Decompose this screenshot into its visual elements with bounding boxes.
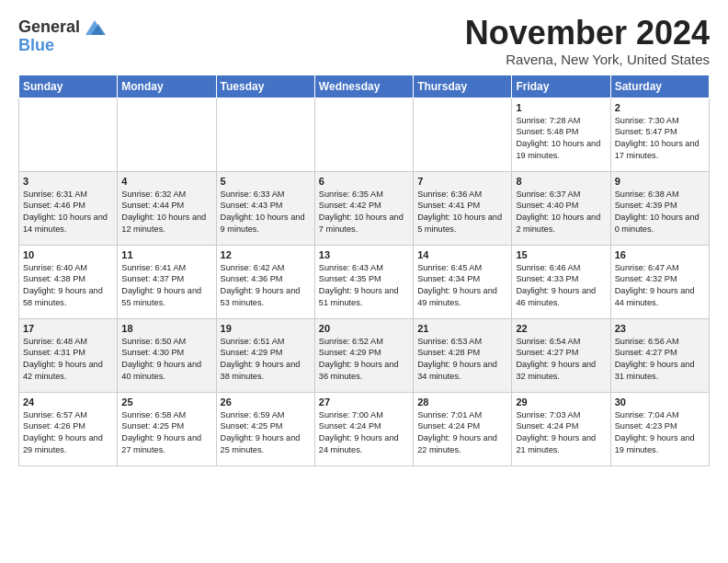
day-number: 10 bbox=[23, 249, 113, 260]
col-header-wednesday: Wednesday bbox=[314, 75, 413, 98]
week-row-5: 24Sunrise: 6:57 AMSunset: 4:26 PMDayligh… bbox=[19, 392, 710, 465]
day-number: 27 bbox=[319, 396, 409, 408]
cell-w3-d5: 14Sunrise: 6:45 AMSunset: 4:34 PMDayligh… bbox=[414, 245, 512, 318]
cell-info: Sunrise: 6:35 AMSunset: 4:42 PMDaylight:… bbox=[319, 189, 409, 236]
day-number: 8 bbox=[516, 176, 606, 187]
cell-info: Sunrise: 6:42 AMSunset: 4:36 PMDaylight:… bbox=[221, 262, 311, 310]
cell-info: Sunrise: 7:28 AMSunset: 5:48 PMDaylight:… bbox=[516, 115, 606, 163]
day-number: 1 bbox=[516, 102, 606, 113]
cell-info: Sunrise: 6:52 AMSunset: 4:29 PMDaylight:… bbox=[319, 336, 409, 384]
cell-info: Sunrise: 6:36 AMSunset: 4:41 PMDaylight:… bbox=[417, 189, 507, 236]
cell-w5-d2: 25Sunrise: 6:58 AMSunset: 4:25 PMDayligh… bbox=[118, 392, 216, 465]
col-header-saturday: Saturday bbox=[610, 75, 709, 98]
cell-info: Sunrise: 6:53 AMSunset: 4:28 PMDaylight:… bbox=[417, 336, 507, 384]
cell-info: Sunrise: 6:59 AMSunset: 4:25 PMDaylight:… bbox=[221, 409, 311, 457]
day-number: 6 bbox=[319, 176, 409, 187]
col-header-thursday: Thursday bbox=[414, 75, 512, 98]
cell-info: Sunrise: 6:58 AMSunset: 4:25 PMDaylight:… bbox=[121, 409, 211, 457]
cell-w4-d7: 23Sunrise: 6:56 AMSunset: 4:27 PMDayligh… bbox=[610, 318, 709, 392]
cell-w5-d6: 29Sunrise: 7:03 AMSunset: 4:24 PMDayligh… bbox=[512, 392, 610, 465]
cell-info: Sunrise: 6:54 AMSunset: 4:27 PMDaylight:… bbox=[516, 336, 606, 384]
cell-info: Sunrise: 6:45 AMSunset: 4:34 PMDaylight:… bbox=[417, 262, 507, 310]
day-number: 29 bbox=[516, 396, 606, 408]
cell-info: Sunrise: 7:00 AMSunset: 4:24 PMDaylight:… bbox=[319, 409, 409, 457]
cell-w1-d4 bbox=[314, 98, 413, 171]
cell-w5-d3: 26Sunrise: 6:59 AMSunset: 4:25 PMDayligh… bbox=[216, 392, 314, 465]
day-number: 25 bbox=[121, 396, 211, 408]
cell-w2-d3: 5Sunrise: 6:33 AMSunset: 4:43 PMDaylight… bbox=[216, 171, 314, 245]
cell-w3-d2: 11Sunrise: 6:41 AMSunset: 4:37 PMDayligh… bbox=[118, 245, 216, 318]
cell-w2-d7: 9Sunrise: 6:38 AMSunset: 4:39 PMDaylight… bbox=[610, 171, 709, 245]
col-header-tuesday: Tuesday bbox=[216, 75, 314, 98]
cell-w3-d7: 16Sunrise: 6:47 AMSunset: 4:32 PMDayligh… bbox=[610, 245, 709, 318]
cell-w3-d6: 15Sunrise: 6:46 AMSunset: 4:33 PMDayligh… bbox=[512, 245, 610, 318]
day-number: 24 bbox=[23, 396, 113, 408]
day-number: 26 bbox=[221, 396, 311, 408]
day-number: 22 bbox=[516, 323, 606, 334]
day-number: 11 bbox=[121, 249, 211, 260]
day-number: 17 bbox=[23, 323, 113, 334]
cell-w5-d4: 27Sunrise: 7:00 AMSunset: 4:24 PMDayligh… bbox=[314, 392, 413, 465]
day-number: 3 bbox=[23, 176, 113, 187]
cell-info: Sunrise: 6:43 AMSunset: 4:35 PMDaylight:… bbox=[319, 262, 409, 310]
day-number: 16 bbox=[615, 249, 705, 260]
week-row-1: 1Sunrise: 7:28 AMSunset: 5:48 PMDaylight… bbox=[19, 98, 710, 171]
week-row-3: 10Sunrise: 6:40 AMSunset: 4:38 PMDayligh… bbox=[19, 245, 710, 318]
cell-w2-d5: 7Sunrise: 6:36 AMSunset: 4:41 PMDaylight… bbox=[414, 171, 512, 245]
day-number: 30 bbox=[615, 396, 705, 408]
cell-w1-d7: 2Sunrise: 7:30 AMSunset: 5:47 PMDaylight… bbox=[610, 98, 709, 171]
cell-w3-d3: 12Sunrise: 6:42 AMSunset: 4:36 PMDayligh… bbox=[216, 245, 314, 318]
cell-w1-d2 bbox=[118, 98, 216, 171]
header: General Blue November 2024 Ravena, New Y… bbox=[18, 15, 710, 67]
day-number: 19 bbox=[221, 323, 311, 334]
cell-w4-d1: 17Sunrise: 6:48 AMSunset: 4:31 PMDayligh… bbox=[19, 318, 118, 392]
cell-info: Sunrise: 6:32 AMSunset: 4:44 PMDaylight:… bbox=[121, 189, 211, 236]
cell-info: Sunrise: 6:38 AMSunset: 4:39 PMDaylight:… bbox=[615, 189, 705, 236]
cell-info: Sunrise: 7:03 AMSunset: 4:24 PMDaylight:… bbox=[516, 409, 606, 457]
cell-w2-d6: 8Sunrise: 6:37 AMSunset: 4:40 PMDaylight… bbox=[512, 171, 610, 245]
day-number: 14 bbox=[417, 249, 507, 260]
cell-w2-d1: 3Sunrise: 6:31 AMSunset: 4:46 PMDaylight… bbox=[19, 171, 118, 245]
title-block: November 2024 Ravena, New York, United S… bbox=[465, 15, 710, 67]
cell-info: Sunrise: 7:01 AMSunset: 4:24 PMDaylight:… bbox=[417, 409, 507, 457]
cell-w4-d4: 20Sunrise: 6:52 AMSunset: 4:29 PMDayligh… bbox=[314, 318, 413, 392]
cell-info: Sunrise: 6:47 AMSunset: 4:32 PMDaylight:… bbox=[615, 262, 705, 310]
month-title: November 2024 bbox=[465, 15, 710, 52]
cell-w1-d1 bbox=[19, 98, 118, 171]
day-number: 20 bbox=[319, 323, 409, 334]
cell-w5-d7: 30Sunrise: 7:04 AMSunset: 4:23 PMDayligh… bbox=[610, 392, 709, 465]
col-header-monday: Monday bbox=[118, 75, 216, 98]
calendar-table: SundayMondayTuesdayWednesdayThursdayFrid… bbox=[18, 75, 710, 466]
cell-info: Sunrise: 7:30 AMSunset: 5:47 PMDaylight:… bbox=[615, 115, 705, 163]
day-number: 18 bbox=[121, 323, 211, 334]
day-number: 15 bbox=[516, 249, 606, 260]
cell-info: Sunrise: 6:46 AMSunset: 4:33 PMDaylight:… bbox=[516, 262, 606, 310]
day-number: 23 bbox=[615, 323, 705, 334]
cell-w4-d5: 21Sunrise: 6:53 AMSunset: 4:28 PMDayligh… bbox=[414, 318, 512, 392]
cell-w5-d1: 24Sunrise: 6:57 AMSunset: 4:26 PMDayligh… bbox=[19, 392, 118, 465]
cell-info: Sunrise: 6:31 AMSunset: 4:46 PMDaylight:… bbox=[23, 189, 113, 236]
cell-info: Sunrise: 6:48 AMSunset: 4:31 PMDaylight:… bbox=[23, 336, 113, 384]
day-number: 21 bbox=[417, 323, 507, 334]
cell-info: Sunrise: 7:04 AMSunset: 4:23 PMDaylight:… bbox=[615, 409, 705, 457]
cell-w1-d5 bbox=[414, 98, 512, 171]
cell-w2-d4: 6Sunrise: 6:35 AMSunset: 4:42 PMDaylight… bbox=[314, 171, 413, 245]
cell-w4-d3: 19Sunrise: 6:51 AMSunset: 4:29 PMDayligh… bbox=[216, 318, 314, 392]
col-header-friday: Friday bbox=[512, 75, 610, 98]
cell-w5-d5: 28Sunrise: 7:01 AMSunset: 4:24 PMDayligh… bbox=[414, 392, 512, 465]
cell-info: Sunrise: 6:41 AMSunset: 4:37 PMDaylight:… bbox=[121, 262, 211, 310]
header-row: SundayMondayTuesdayWednesdayThursdayFrid… bbox=[19, 75, 710, 98]
day-number: 4 bbox=[121, 176, 211, 187]
cell-w2-d2: 4Sunrise: 6:32 AMSunset: 4:44 PMDaylight… bbox=[118, 171, 216, 245]
cell-w1-d6: 1Sunrise: 7:28 AMSunset: 5:48 PMDaylight… bbox=[512, 98, 610, 171]
cell-info: Sunrise: 6:56 AMSunset: 4:27 PMDaylight:… bbox=[615, 336, 705, 384]
col-header-sunday: Sunday bbox=[19, 75, 118, 98]
cell-info: Sunrise: 6:40 AMSunset: 4:38 PMDaylight:… bbox=[23, 262, 113, 310]
logo-text-general: General bbox=[18, 18, 80, 37]
cell-w4-d2: 18Sunrise: 6:50 AMSunset: 4:30 PMDayligh… bbox=[118, 318, 216, 392]
cell-w1-d3 bbox=[216, 98, 314, 171]
cell-info: Sunrise: 6:57 AMSunset: 4:26 PMDaylight:… bbox=[23, 409, 113, 457]
day-number: 28 bbox=[417, 396, 507, 408]
cell-info: Sunrise: 6:33 AMSunset: 4:43 PMDaylight:… bbox=[221, 189, 311, 236]
day-number: 9 bbox=[615, 176, 705, 187]
